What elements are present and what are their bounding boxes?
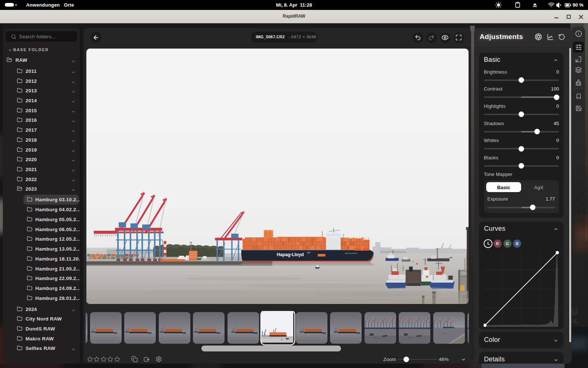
svg-text:Hapag-Lloyd: Hapag-Lloyd [277,252,304,257]
svg-text:BERLIN EXPRESS: BERLIN EXPRESS [345,253,357,254]
